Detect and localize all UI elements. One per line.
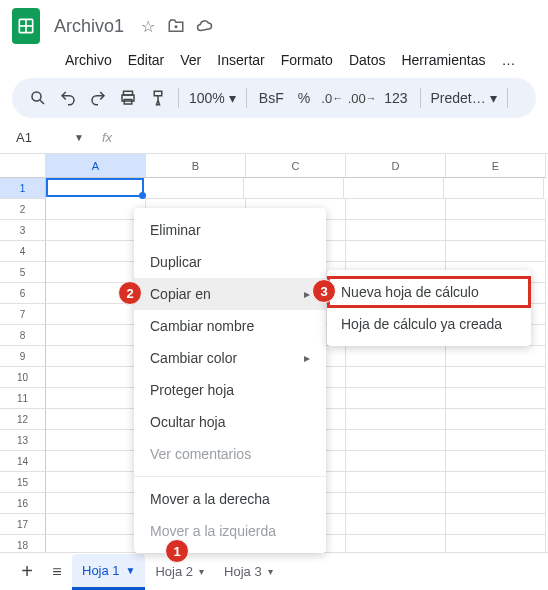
cell[interactable] <box>344 178 444 199</box>
move-icon[interactable] <box>166 16 186 36</box>
col-header-a[interactable]: A <box>46 154 146 178</box>
zoom-selector[interactable]: 100%▾ <box>185 90 240 106</box>
cell[interactable] <box>46 430 146 451</box>
redo-icon[interactable] <box>84 84 112 112</box>
menu-ver[interactable]: Ver <box>173 48 208 72</box>
cell[interactable] <box>446 430 546 451</box>
cell[interactable] <box>346 220 446 241</box>
cell[interactable] <box>346 451 446 472</box>
row-header[interactable]: 5 <box>0 262 46 283</box>
menu-archivo[interactable]: Archivo <box>58 48 119 72</box>
cell[interactable] <box>46 367 146 388</box>
cell[interactable] <box>446 346 546 367</box>
paint-format-icon[interactable] <box>144 84 172 112</box>
cell[interactable] <box>446 220 546 241</box>
select-all-corner[interactable] <box>0 154 46 178</box>
cell[interactable] <box>446 409 546 430</box>
cell[interactable] <box>46 220 146 241</box>
cell[interactable] <box>446 199 546 220</box>
menu-herramientas[interactable]: Herramientas <box>394 48 492 72</box>
cell[interactable] <box>446 388 546 409</box>
all-sheets-button[interactable]: ≡ <box>42 557 72 587</box>
currency-format[interactable]: BsF <box>253 90 290 106</box>
cell[interactable] <box>46 472 146 493</box>
more-formats[interactable]: 123 <box>378 90 413 106</box>
cell[interactable] <box>346 430 446 451</box>
print-icon[interactable] <box>114 84 142 112</box>
col-header-e[interactable]: E <box>446 154 546 178</box>
row-header[interactable]: 17 <box>0 514 46 535</box>
row-header[interactable]: 4 <box>0 241 46 262</box>
cell[interactable] <box>346 241 446 262</box>
cell[interactable] <box>46 388 146 409</box>
increase-decimal-icon[interactable]: .00→ <box>348 84 376 112</box>
cell[interactable] <box>46 325 146 346</box>
row-header[interactable]: 15 <box>0 472 46 493</box>
cell[interactable] <box>244 178 344 199</box>
row-header[interactable]: 13 <box>0 430 46 451</box>
cell[interactable] <box>346 388 446 409</box>
name-box[interactable]: A1 <box>12 130 62 145</box>
cell[interactable] <box>346 472 446 493</box>
doc-title[interactable]: Archivo1 <box>48 14 130 39</box>
font-selector[interactable]: Predet…▾ <box>427 90 501 106</box>
cell[interactable] <box>346 346 446 367</box>
row-header[interactable]: 16 <box>0 493 46 514</box>
cell[interactable] <box>46 178 144 197</box>
cloud-icon[interactable] <box>194 16 214 36</box>
cell[interactable] <box>46 199 146 220</box>
row-header[interactable]: 8 <box>0 325 46 346</box>
cell[interactable] <box>446 367 546 388</box>
sub-new-spreadsheet[interactable]: Nueva hoja de cálculo <box>327 276 531 308</box>
cell[interactable] <box>446 514 546 535</box>
cm-protect[interactable]: Proteger hoja <box>134 374 326 406</box>
decrease-decimal-icon[interactable]: .0← <box>318 84 346 112</box>
row-header[interactable]: 3 <box>0 220 46 241</box>
row-header[interactable]: 1 <box>0 178 46 199</box>
search-icon[interactable] <box>24 84 52 112</box>
cell[interactable] <box>446 493 546 514</box>
col-header-c[interactable]: C <box>246 154 346 178</box>
menu-formato[interactable]: Formato <box>274 48 340 72</box>
row-header[interactable]: 9 <box>0 346 46 367</box>
cell[interactable] <box>346 493 446 514</box>
cell[interactable] <box>346 367 446 388</box>
cell[interactable] <box>46 514 146 535</box>
row-header[interactable]: 7 <box>0 304 46 325</box>
cell[interactable] <box>346 199 446 220</box>
sheet-tab-1[interactable]: Hoja 1▼ <box>72 554 145 590</box>
cell[interactable] <box>46 262 146 283</box>
row-header[interactable]: 2 <box>0 199 46 220</box>
cell[interactable] <box>46 241 146 262</box>
cm-delete[interactable]: Eliminar <box>134 214 326 246</box>
tab-dropdown-icon[interactable]: ▾ <box>199 566 204 577</box>
cell[interactable] <box>446 241 546 262</box>
tab-dropdown-icon[interactable]: ▼ <box>126 565 136 576</box>
cell[interactable] <box>46 493 146 514</box>
row-header[interactable]: 10 <box>0 367 46 388</box>
undo-icon[interactable] <box>54 84 82 112</box>
cell[interactable] <box>46 304 146 325</box>
cell[interactable] <box>144 178 244 199</box>
add-sheet-button[interactable]: + <box>12 557 42 587</box>
name-box-dropdown[interactable]: ▼ <box>74 132 84 143</box>
row-header[interactable]: 14 <box>0 451 46 472</box>
cell[interactable] <box>46 409 146 430</box>
row-header[interactable]: 6 <box>0 283 46 304</box>
cm-rename[interactable]: Cambiar nombre <box>134 310 326 342</box>
percent-format[interactable]: % <box>292 90 316 106</box>
menu-insertar[interactable]: Insertar <box>210 48 271 72</box>
cell[interactable] <box>46 451 146 472</box>
cell[interactable] <box>346 409 446 430</box>
menu-editar[interactable]: Editar <box>121 48 172 72</box>
star-icon[interactable]: ☆ <box>138 16 158 36</box>
cm-hide[interactable]: Ocultar hoja <box>134 406 326 438</box>
menu-more[interactable]: … <box>494 48 522 72</box>
cell[interactable] <box>444 178 544 199</box>
cm-change-color[interactable]: Cambiar color▸ <box>134 342 326 374</box>
sheet-tab-3[interactable]: Hoja 3▾ <box>214 554 283 590</box>
col-header-b[interactable]: B <box>146 154 246 178</box>
tab-dropdown-icon[interactable]: ▾ <box>268 566 273 577</box>
sheets-logo[interactable] <box>12 8 40 44</box>
cell[interactable] <box>446 472 546 493</box>
